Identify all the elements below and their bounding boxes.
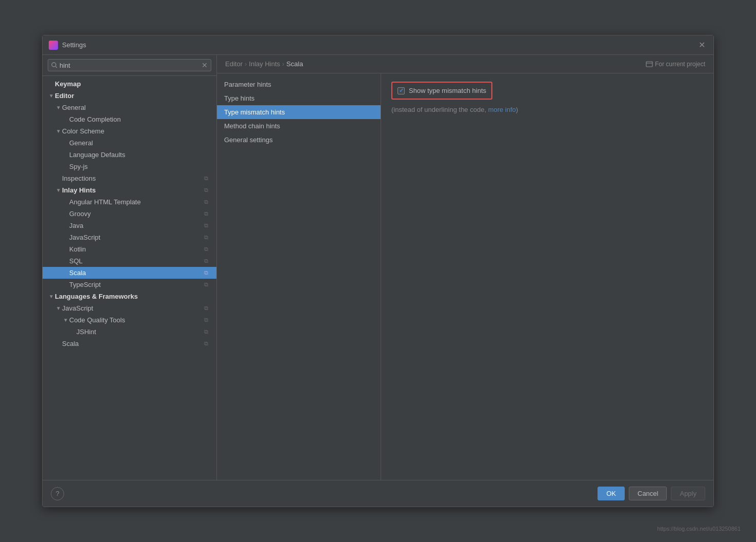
svg-line-1 — [56, 67, 57, 68]
breadcrumb-sep-1: › — [245, 60, 247, 68]
sidebar-item-label: Language Defaults — [69, 151, 211, 159]
sidebar-item-label: TypeScript — [69, 281, 202, 288]
for-project-label: For current project — [646, 61, 705, 68]
sidebar-item-label: JavaScript — [69, 234, 202, 241]
arrow-icon: ▼ — [55, 105, 62, 110]
copy-icon: ⧉ — [204, 187, 211, 194]
breadcrumb-editor[interactable]: Editor — [225, 60, 243, 68]
sidebar-item-label: Scala — [69, 269, 202, 277]
search-wrapper[interactable]: ✕ — [48, 59, 211, 71]
sidebar-item-label: Keymap — [55, 80, 211, 88]
arrow-icon: ▼ — [55, 305, 62, 311]
copy-icon: ⧉ — [204, 317, 211, 324]
hint-item-type[interactable]: Type hints — [217, 91, 381, 105]
sidebar: ✕ Keymap ▼ Editor ▼ General — [43, 55, 217, 480]
sidebar-item-javascript[interactable]: JavaScript ⧉ — [43, 231, 216, 243]
sidebar-item-inspections[interactable]: Inspections ⧉ — [43, 172, 216, 184]
copy-icon: ⧉ — [204, 246, 211, 253]
sidebar-item-scala[interactable]: Scala ⧉ — [43, 267, 216, 279]
sidebar-item-label: Spy-js — [69, 163, 211, 170]
copy-icon: ⧉ — [204, 175, 211, 182]
hint-item-type-mismatch[interactable]: Type mismatch hints — [217, 105, 381, 119]
sidebar-item-color-scheme[interactable]: ▼ Color Scheme — [43, 125, 216, 137]
breadcrumb-sep-2: › — [282, 60, 284, 68]
panel-content: Parameter hints Type hints Type mismatch… — [217, 73, 713, 480]
copy-icon: ⧉ — [204, 305, 211, 312]
ok-button[interactable]: OK — [598, 487, 625, 500]
sidebar-item-typescript[interactable]: TypeScript ⧉ — [43, 279, 216, 291]
copy-icon: ⧉ — [204, 269, 211, 277]
hint-item-general-settings[interactable]: General settings — [217, 133, 381, 147]
sidebar-item-cs-general[interactable]: General — [43, 137, 216, 149]
sidebar-item-label: Scala — [62, 340, 202, 347]
show-type-mismatch-checkbox[interactable] — [397, 87, 405, 94]
sidebar-item-scala2[interactable]: Scala ⧉ — [43, 338, 216, 350]
sidebar-item-label: Inspections — [62, 175, 202, 182]
sidebar-item-label: Kotlin — [69, 245, 202, 253]
more-info-link[interactable]: more info — [488, 106, 516, 113]
hint-item-parameter[interactable]: Parameter hints — [217, 78, 381, 91]
copy-icon: ⧉ — [204, 199, 211, 206]
info-text-after: ) — [516, 106, 518, 113]
project-icon — [646, 61, 653, 68]
sidebar-item-js-frameworks[interactable]: ▼ JavaScript ⧉ — [43, 302, 216, 314]
sidebar-item-angular-html[interactable]: Angular HTML Template ⧉ — [43, 196, 216, 208]
sidebar-item-label: Groovy — [69, 210, 202, 218]
settings-dialog: Settings ✕ ✕ Keyma — [42, 35, 714, 507]
show-type-mismatch-row: Show type mismatch hints — [391, 82, 492, 100]
info-text-before: (instead of underlining the code, — [391, 106, 488, 113]
hints-list: Parameter hints Type hints Type mismatch… — [217, 73, 381, 480]
copy-icon: ⧉ — [204, 340, 211, 347]
arrow-icon: ▼ — [62, 317, 69, 323]
apply-button[interactable]: Apply — [671, 487, 705, 500]
sidebar-item-groovy[interactable]: Groovy ⧉ — [43, 208, 216, 220]
dialog-title: Settings — [62, 41, 697, 49]
sidebar-item-sql[interactable]: SQL ⧉ — [43, 255, 216, 267]
sidebar-item-label: Code Quality Tools — [69, 316, 202, 324]
dialog-body: ✕ Keymap ▼ Editor ▼ General — [43, 55, 713, 480]
sidebar-item-jshint[interactable]: JSHint ⧉ — [43, 326, 216, 338]
hint-item-method-chain[interactable]: Method chain hints — [217, 119, 381, 133]
sidebar-item-code-quality[interactable]: ▼ Code Quality Tools ⧉ — [43, 314, 216, 326]
sidebar-item-languages-frameworks[interactable]: ▼ Languages & Frameworks — [43, 291, 216, 302]
arrow-icon: ▼ — [48, 93, 55, 99]
sidebar-item-label: General — [62, 104, 211, 111]
search-icon — [51, 62, 57, 68]
sidebar-item-editor[interactable]: ▼ Editor — [43, 90, 216, 102]
copy-icon: ⧉ — [204, 258, 211, 265]
search-input[interactable] — [59, 62, 202, 69]
sidebar-item-label: Languages & Frameworks — [55, 293, 211, 300]
copy-icon: ⧉ — [204, 234, 211, 241]
search-bar: ✕ — [43, 55, 216, 76]
sidebar-item-keymap[interactable]: Keymap — [43, 78, 216, 90]
sidebar-item-label: JSHint — [76, 328, 202, 336]
sidebar-item-kotlin[interactable]: Kotlin ⧉ — [43, 243, 216, 255]
sidebar-item-spy-js[interactable]: Spy-js — [43, 161, 216, 172]
sidebar-item-code-completion[interactable]: Code Completion — [43, 113, 216, 125]
sidebar-item-general[interactable]: ▼ General — [43, 102, 216, 113]
copy-icon: ⧉ — [204, 210, 211, 218]
arrow-icon: ▼ — [55, 128, 62, 134]
cancel-button[interactable]: Cancel — [629, 487, 667, 500]
breadcrumb-scala: Scala — [286, 60, 303, 68]
sidebar-item-label: Angular HTML Template — [69, 198, 202, 206]
breadcrumb-inlay-hints[interactable]: Inlay Hints — [249, 60, 280, 68]
sidebar-item-language-defaults[interactable]: Language Defaults — [43, 149, 216, 161]
search-clear-button[interactable]: ✕ — [202, 61, 208, 69]
url-bar: https://blog.csdn.net/u013250861 — [657, 526, 741, 532]
sidebar-item-java[interactable]: Java ⧉ — [43, 220, 216, 231]
sidebar-item-label: Code Completion — [69, 115, 211, 123]
help-button[interactable]: ? — [51, 487, 64, 500]
sidebar-item-label: Color Scheme — [62, 127, 211, 135]
sidebar-item-label: Java — [69, 222, 202, 229]
sidebar-item-inlay-hints[interactable]: ▼ Inlay Hints ⧉ — [43, 184, 216, 196]
main-panel: Editor › Inlay Hints › Scala For current… — [217, 55, 713, 480]
close-button[interactable]: ✕ — [697, 39, 707, 51]
info-text: (instead of underlining the code, more i… — [391, 106, 703, 113]
copy-icon: ⧉ — [204, 328, 211, 336]
arrow-icon: ▼ — [48, 294, 55, 299]
show-type-mismatch-label: Show type mismatch hints — [409, 87, 486, 94]
sidebar-item-label: Inlay Hints — [62, 186, 202, 194]
sidebar-item-label: Editor — [55, 92, 211, 100]
breadcrumb-bar: Editor › Inlay Hints › Scala For current… — [217, 55, 713, 73]
